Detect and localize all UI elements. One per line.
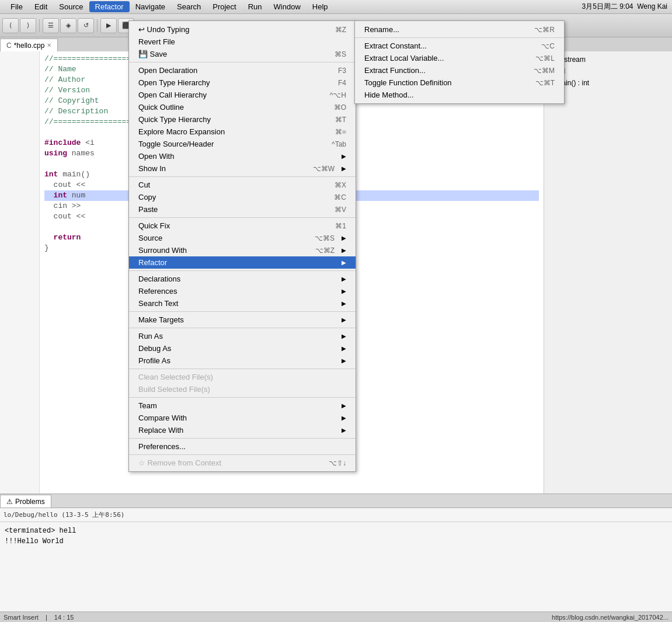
menu-item-debug-as[interactable]: Debug As ▶: [129, 342, 356, 355]
source-shortcut: ⌥⌘S: [315, 234, 335, 242]
menu-item-cut[interactable]: Cut ⌘X: [129, 179, 356, 191]
console-line-1: <terminated> hell: [5, 526, 667, 536]
menu-item-quick-fix[interactable]: Quick Fix ⌘1: [129, 220, 356, 232]
rename-shortcut: ⌥⌘R: [534, 26, 555, 34]
submenu-item-toggle-function[interactable]: Toggle Function Definition ⌥⌘T: [355, 77, 564, 89]
extract-local-variable-label: Extract Local Variable...: [364, 54, 444, 62]
replace-with-arrow: ▶: [342, 427, 346, 433]
menu-item-open-call-hierarchy[interactable]: Open Call Hierarchy ^⌥H: [129, 89, 356, 101]
bottom-tab-problems[interactable]: ⚠ Problems: [0, 495, 51, 508]
menu-item-toggle-source[interactable]: Toggle Source/Header ^Tab: [129, 138, 356, 150]
remove-context-shortcut: ⌥⇧↓: [329, 459, 346, 467]
menu-item-run-as[interactable]: Run As ▶: [129, 330, 356, 342]
menu-item-replace-with[interactable]: Replace With ▶: [129, 424, 356, 436]
toolbar-btn-6[interactable]: ▶: [100, 18, 117, 33]
compare-with-label: Compare With: [138, 413, 187, 422]
menu-item-clean-selected[interactable]: Clean Selected File(s): [129, 371, 356, 383]
toolbar-btn-2[interactable]: ⟩: [20, 18, 36, 33]
console-line-2: !!!Hello World: [5, 536, 667, 547]
hide-method-label: Hide Method...: [364, 91, 414, 99]
status-position: 14 : 15: [54, 614, 74, 621]
refactor-label: Refactor: [138, 258, 167, 267]
run-as-label: Run As: [138, 332, 163, 340]
menu-search[interactable]: Search: [171, 1, 207, 12]
submenu-item-extract-constant[interactable]: Extract Constant... ⌥C: [355, 40, 564, 52]
menu-item-paste[interactable]: Paste ⌘V: [129, 203, 356, 216]
open-with-label: Open With: [138, 152, 174, 161]
outline-item-main: ● main() : int: [546, 77, 670, 89]
extract-function-shortcut: ⌥⌘M: [534, 67, 555, 75]
refactor-arrow: ▶: [342, 259, 346, 266]
problems-icon: ⚠: [6, 498, 13, 506]
toolbar-sep-1: [39, 19, 40, 32]
editor-tab-hello[interactable]: C *hello.cpp ✕: [0, 39, 58, 51]
toggle-function-label: Toggle Function Definition: [364, 78, 452, 87]
menu-item-revert-file[interactable]: Revert File: [129, 36, 356, 48]
undo-typing-shortcut: ⌘Z: [335, 26, 346, 34]
menu-item-open-type-hierarchy[interactable]: Open Type Hierarchy F4: [129, 77, 356, 89]
toolbar-btn-5[interactable]: ↺: [78, 18, 94, 33]
menu-item-copy[interactable]: Copy ⌘C: [129, 191, 356, 203]
menu-item-open-with[interactable]: Open With ▶: [129, 150, 356, 162]
menu-item-save[interactable]: 💾 Save ⌘S: [129, 48, 356, 60]
menu-edit[interactable]: Edit: [29, 1, 53, 12]
quick-type-hierarchy-label: Quick Type Hierarchy: [138, 115, 211, 124]
menu-item-search-text[interactable]: Search Text ▶: [129, 297, 356, 310]
debug-as-label: Debug As: [138, 344, 171, 353]
menu-item-quick-outline[interactable]: Quick Outline ⌘O: [129, 101, 356, 113]
menu-source[interactable]: Source: [53, 1, 89, 12]
menu-run[interactable]: Run: [242, 1, 268, 12]
open-declaration-label: Open Declaration: [138, 66, 197, 75]
submenu-item-rename[interactable]: Rename... ⌥⌘R: [355, 23, 564, 36]
sep-7: [129, 369, 356, 369]
submenu-item-hide-method[interactable]: Hide Method...: [355, 89, 564, 101]
declarations-label: Declarations: [138, 274, 180, 283]
menu-item-surround-with[interactable]: Surround With ⌥⌘Z▶: [129, 244, 356, 256]
menu-project[interactable]: Project: [207, 1, 242, 12]
menu-item-quick-type-hierarchy[interactable]: Quick Type Hierarchy ⌘T: [129, 113, 356, 126]
outline-panel: ▣ iostream ≡ std ● main() : int: [544, 51, 672, 494]
menu-item-open-declaration[interactable]: Open Declaration F3: [129, 64, 356, 77]
extract-constant-label: Extract Constant...: [364, 41, 427, 50]
copy-shortcut: ⌘C: [334, 193, 346, 201]
submenu-item-extract-function[interactable]: Extract Function... ⌥⌘M: [355, 64, 564, 77]
menu-refactor[interactable]: Refactor: [89, 1, 130, 12]
submenu-item-extract-local-variable[interactable]: Extract Local Variable... ⌥⌘L: [355, 52, 564, 64]
menu-item-build-selected[interactable]: Build Selected File(s): [129, 383, 356, 395]
profile-as-arrow: ▶: [342, 357, 346, 364]
menu-item-make-targets[interactable]: Make Targets ▶: [129, 314, 356, 326]
menu-item-team[interactable]: Team ▶: [129, 399, 356, 412]
sep-6: [129, 328, 356, 328]
menu-item-undo-typing[interactable]: ↩ Undo Typing ⌘Z: [129, 23, 356, 36]
toolbar-btn-4[interactable]: ◈: [60, 18, 76, 33]
menu-item-preferences[interactable]: Preferences...: [129, 440, 356, 453]
team-arrow: ▶: [342, 402, 346, 409]
menu-item-show-in[interactable]: Show In ⌥⌘W▶: [129, 162, 356, 175]
menu-item-compare-with[interactable]: Compare With ▶: [129, 412, 356, 424]
toolbar-btn-1[interactable]: ⟨: [2, 18, 19, 33]
menubar-datetime: 3月5日周二 9:04 Weng Kai: [582, 2, 667, 12]
paste-label: Paste: [138, 205, 158, 214]
revert-file-label: Revert File: [138, 37, 175, 46]
show-in-shortcut: ⌥⌘W: [313, 165, 335, 173]
sep-1: [129, 62, 356, 62]
toolbar-btn-3[interactable]: ☰: [43, 18, 59, 33]
menu-item-declarations[interactable]: Declarations ▶: [129, 273, 356, 285]
surround-with-label: Surround With: [138, 246, 187, 255]
clean-selected-label: Clean Selected File(s): [138, 373, 213, 381]
run-as-arrow: ▶: [342, 333, 346, 339]
menu-help[interactable]: Help: [307, 1, 334, 12]
menu-item-refactor[interactable]: Refactor ▶: [129, 256, 356, 269]
menu-item-remove-context[interactable]: ☆ Remove from Context ⌥⇧↓: [129, 457, 356, 469]
tab-close-icon[interactable]: ✕: [47, 42, 51, 48]
menu-file[interactable]: File: [5, 1, 29, 12]
menu-item-profile-as[interactable]: Profile As ▶: [129, 355, 356, 367]
menu-item-source[interactable]: Source ⌥⌘S▶: [129, 232, 356, 244]
toggle-function-shortcut: ⌥⌘T: [535, 79, 555, 87]
submenu-refactor: Rename... ⌥⌘R Extract Constant... ⌥C Ext…: [354, 20, 565, 104]
menu-navigate[interactable]: Navigate: [130, 1, 171, 12]
menu-window[interactable]: Window: [268, 1, 307, 12]
sub-sep-1: [355, 37, 564, 38]
menu-item-references[interactable]: References ▶: [129, 285, 356, 297]
menu-item-explore-macro[interactable]: Explore Macro Expansion ⌘=: [129, 126, 356, 138]
